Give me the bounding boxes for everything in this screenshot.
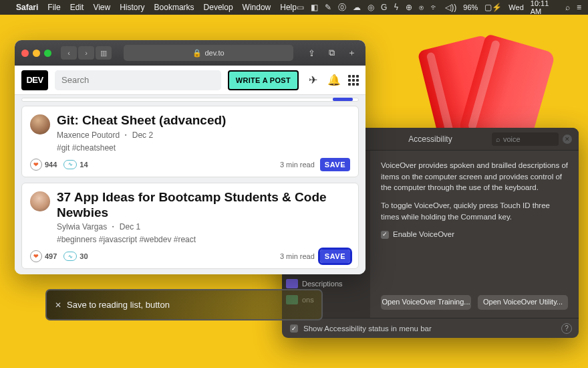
safari-window[interactable]: ‹ › ▥ 🔒 dev.to ⇪ ⧉ ＋ DEV Search WRITE A … [15,40,365,274]
checkbox-checked-icon: ✓ [381,231,389,239]
menu-help[interactable]: Help [280,3,297,12]
post-title[interactable]: Git: Cheat Sheet (advanced) [57,113,226,128]
tabs-icon[interactable]: ⧉ [324,46,339,60]
back-button[interactable]: ‹ [61,46,77,60]
read-time: 3 min read [280,252,315,260]
menu-bookmarks[interactable]: Bookmarks [154,3,194,12]
save-button[interactable]: SAVE [320,250,350,263]
feed: Git: Cheat Sheet (advanced) Maxence Pout… [15,95,365,274]
lock-icon: 🔒 [192,49,202,58]
new-tab-icon[interactable]: ＋ [344,46,359,60]
partial-card [21,98,359,102]
forward-button[interactable]: › [78,46,94,60]
menu-app[interactable]: Safari [16,3,38,12]
hearts-count[interactable]: 497 [30,250,57,262]
read-time: 3 min read [280,161,315,169]
share-icon[interactable]: ⇪ [304,46,319,60]
post-tags[interactable]: #beginners #javascript #webdev #react [57,235,350,244]
unicorn-count[interactable]: ∿30 [63,252,88,261]
wave-icon: ∿ [63,160,77,169]
sidebar-button[interactable]: ▥ [96,46,112,60]
a11y-search-field[interactable]: ⌕ voice [492,132,559,146]
accessibility-status-icon[interactable]: ⍟ [419,3,424,12]
enable-voiceover-checkbox[interactable]: ✓ Enable VoiceOver [381,229,568,240]
status-icon[interactable]: ⓪ [338,2,346,13]
status-icon[interactable]: ◎ [368,3,374,12]
status-icon[interactable]: ◧ [311,3,318,12]
clock-day[interactable]: Wed [508,3,523,11]
post-card[interactable]: Git: Cheat Sheet (advanced) Maxence Pout… [21,106,359,177]
status-icon[interactable]: ✎ [325,3,331,12]
dev-search-input[interactable]: Search [55,70,221,90]
window-traffic-lights[interactable] [21,50,51,57]
notifications-icon[interactable]: 🔔 [327,74,341,86]
a11y-search-value: voice [503,135,521,143]
status-icon[interactable]: ⊕ [406,3,412,12]
a11y-footer: ✓ Show Accessibility status in menu bar … [282,318,579,338]
url-bar[interactable]: 🔒 dev.to [124,45,293,61]
wave-icon: ∿ [63,252,77,261]
voiceover-caption-text: Save to reading list, button [67,300,170,310]
safari-toolbar: ‹ › ▥ 🔒 dev.to ⇪ ⧉ ＋ [15,40,365,66]
a11y-window-title: Accessibility [408,134,452,144]
status-icon[interactable]: ☁ [353,3,361,12]
mac-menubar: Safari File Edit View History Bookmarks … [0,0,588,15]
sidebar-thumb-icon [286,279,298,288]
a11y-search-clear[interactable]: ✕ [563,134,572,144]
hearts-count[interactable]: 944 [30,159,57,171]
menu-file[interactable]: File [47,3,60,12]
status-icon[interactable]: ϟ [394,3,399,12]
open-voiceover-training-button[interactable]: Open VoiceOver Training... [381,295,471,310]
open-voiceover-utility-button[interactable]: Open VoiceOver Utility... [478,295,568,310]
enable-voiceover-label: Enable VoiceOver [393,229,454,240]
post-title[interactable]: 37 App Ideas for Bootcamp Students & Cod… [57,190,350,221]
heart-icon [30,159,42,171]
battery-icon[interactable]: ▢⚡ [484,3,502,12]
search-icon: ⌕ [496,135,500,143]
battery-percent[interactable]: 96% [463,3,478,11]
menu-window[interactable]: Window [243,3,271,12]
url-text: dev.to [204,49,224,57]
menu-develop[interactable]: Develop [204,3,233,12]
dev-site-header: DEV Search WRITE A POST ✈ 🔔 [15,66,365,95]
clock-time[interactable]: 10:11 AM [531,0,559,15]
more-grid-icon[interactable] [348,75,359,86]
checkbox-checked-icon[interactable]: ✓ [290,325,298,333]
unicorn-count[interactable]: ∿14 [63,160,88,169]
write-post-button[interactable]: WRITE A POST [228,70,299,90]
volume-icon[interactable]: ◁)) [445,3,456,12]
voiceover-caption-panel: ✕ Save to reading list, button [45,289,323,320]
status-icon[interactable]: ▭ [297,3,304,12]
a11y-footer-label: Show Accessibility status in menu bar [303,325,432,333]
heart-icon [30,250,42,262]
connect-icon[interactable]: ✈ [305,74,320,86]
menu-edit[interactable]: Edit [70,3,84,12]
menu-history[interactable]: History [120,3,144,12]
wifi-icon[interactable]: ᯤ [430,3,438,12]
a11y-desc-1: VoiceOver provides spoken and brailled d… [381,160,568,193]
post-meta: Maxence Poutord ・ Dec 2 [57,130,226,141]
post-meta: Sylwia Vargas ・ Dec 1 [57,221,350,233]
sidebar-label: Descriptions [302,280,343,288]
help-icon[interactable]: ? [561,323,572,334]
a11y-main-pane: VoiceOver provides spoken and brailled d… [370,151,579,318]
status-icon[interactable]: G [381,3,387,12]
spotlight-icon[interactable]: ⌕ [565,3,570,12]
post-tags[interactable]: #git #cheatsheet [57,143,226,153]
a11y-desc-2: To toggle VoiceOver, quickly press Touch… [381,200,568,222]
menu-view[interactable]: View [93,3,110,12]
desktop-books-decoration [424,28,551,142]
dev-logo[interactable]: DEV [21,70,48,90]
avatar[interactable] [30,191,50,211]
post-card[interactable]: 37 App Ideas for Bootcamp Students & Cod… [21,183,359,270]
notification-center-icon[interactable]: ≡ [577,3,581,12]
close-icon[interactable]: ✕ [55,300,61,310]
save-button[interactable]: SAVE [320,158,350,171]
avatar[interactable] [30,114,50,134]
